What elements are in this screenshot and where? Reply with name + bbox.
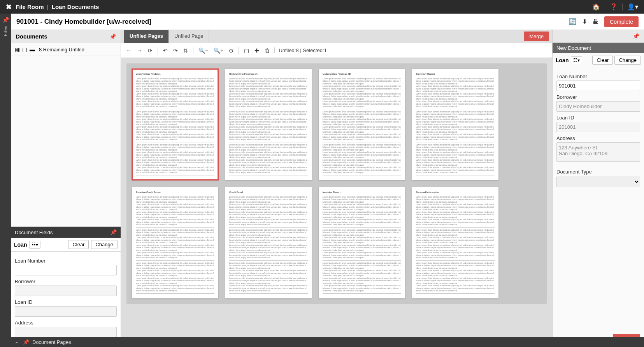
expand-icon[interactable]: ▢ bbox=[22, 46, 27, 53]
loan-id-label: Loan ID bbox=[15, 299, 117, 305]
document-pages-label: Document Pages bbox=[32, 339, 71, 345]
undo-icon[interactable]: ↶ bbox=[162, 46, 169, 55]
new-document-header: New Document bbox=[553, 43, 644, 53]
back-icon[interactable]: ← bbox=[125, 46, 133, 55]
document-fields-title: Document Fields bbox=[15, 230, 53, 235]
pin-icon[interactable]: 📌 bbox=[2, 17, 9, 23]
divider bbox=[605, 4, 605, 11]
page-thumbnail[interactable]: Personal InformationLorem ipsum dolor si… bbox=[412, 187, 498, 298]
zoom-out-icon[interactable]: 🔍− bbox=[197, 46, 209, 55]
page-thumbnail[interactable]: Underwriting Findings (2)Lorem ipsum dol… bbox=[225, 69, 312, 180]
loan-id-input[interactable] bbox=[15, 306, 117, 317]
pin-icon[interactable]: 📌 bbox=[109, 33, 116, 40]
print-icon[interactable]: 🖶 bbox=[593, 18, 599, 25]
borrower-input[interactable] bbox=[556, 101, 640, 112]
merge-button[interactable]: Merge bbox=[524, 32, 549, 41]
loan-number-label: Loan Number bbox=[15, 258, 117, 264]
help-icon[interactable]: ❓ bbox=[610, 3, 618, 11]
page-thumbnail[interactable]: Inquiries ReportLorem ipsum dolor sit am… bbox=[319, 187, 405, 298]
forward-icon[interactable]: → bbox=[136, 46, 144, 55]
document-type-select[interactable] bbox=[556, 177, 640, 187]
pin-icon[interactable]: 📌 bbox=[110, 229, 117, 235]
page-thumbnail[interactable]: Summary ReportLorem ipsum dolor sit amet… bbox=[412, 69, 498, 180]
documents-panel-header: Documents 📌 bbox=[11, 30, 121, 43]
download-icon[interactable]: ⬇ bbox=[582, 18, 587, 25]
loan-number-label: Loan Number bbox=[556, 74, 640, 79]
address-input[interactable]: 123 Anywhere St San Diego, CA 92109 bbox=[556, 142, 640, 162]
files-sidebar-tab[interactable]: 📌 Files bbox=[0, 14, 11, 347]
documents-toolbar: ▦ ▢ ▬ 8 Remaining Unfiled bbox=[11, 43, 121, 56]
clear-button[interactable]: Clear bbox=[68, 240, 89, 249]
loan-number-input[interactable] bbox=[15, 265, 117, 275]
expand-up-icon[interactable]: ︿ bbox=[15, 338, 20, 345]
page-thumbnail[interactable]: Experian Credit ReportLorem ipsum dolor … bbox=[132, 187, 218, 298]
pin-icon[interactable]: 📌 bbox=[23, 339, 29, 345]
user-menu-icon[interactable]: 👤▾ bbox=[627, 3, 638, 11]
address-label: Address bbox=[15, 320, 117, 326]
right-panel-header: 📌 bbox=[553, 30, 644, 43]
clear-button[interactable]: Clear bbox=[592, 56, 613, 65]
sort-icon[interactable]: ⇅ bbox=[182, 46, 189, 55]
change-button[interactable]: Change bbox=[91, 240, 118, 249]
loan-header: 901001 - Cindy Homebuilder [u/w-received… bbox=[11, 14, 644, 30]
pin-icon[interactable]: 📌 bbox=[633, 33, 639, 39]
document-fields-header: Document Fields 📌 bbox=[11, 227, 121, 238]
loan-dropdown-label: Loan bbox=[556, 57, 569, 63]
page-thumbnail[interactable]: Credit DetailLorem ipsum dolor sit amet … bbox=[225, 187, 312, 298]
complete-button[interactable]: Complete bbox=[604, 16, 639, 27]
borrower-input[interactable] bbox=[15, 286, 117, 296]
select-icon[interactable]: ▢ bbox=[243, 46, 250, 55]
unfiled-count: 8 Remaining Unfiled bbox=[39, 47, 84, 53]
thumbnail-area: Underwriting FindingsLorem ipsum dolor s… bbox=[121, 58, 552, 347]
borrower-label: Borrower bbox=[15, 279, 117, 284]
loan-title: 901001 - Cindy Homebuilder [u/w-received… bbox=[16, 18, 151, 26]
document-type-label: Document Type bbox=[556, 169, 640, 175]
section-title: Loan Documents bbox=[52, 4, 99, 10]
change-button[interactable]: Change bbox=[614, 56, 641, 65]
borrower-label: Borrower bbox=[556, 94, 640, 100]
refresh-icon[interactable]: ⟳ bbox=[147, 46, 154, 55]
zoom-in-icon[interactable]: 🔍+ bbox=[212, 46, 225, 55]
refresh-icon[interactable]: 🔄 bbox=[569, 18, 577, 25]
documents-title: Documents bbox=[16, 33, 47, 40]
redo-icon[interactable]: ↷ bbox=[172, 46, 179, 55]
tabs-row: Unfiled Pages Unfiled Page Merge bbox=[121, 30, 552, 43]
tab-unfiled-pages[interactable]: Unfiled Pages bbox=[124, 30, 169, 43]
bottom-bar: ︿ 📌 Document Pages bbox=[11, 337, 644, 347]
files-tab-label: Files bbox=[3, 25, 8, 36]
top-bar: ✖ File Room | Loan Documents 🏠 ❓ 👤▾ bbox=[0, 0, 644, 14]
loan-id-label: Loan ID bbox=[556, 115, 640, 121]
collapse-icon[interactable]: ▬ bbox=[30, 46, 35, 53]
tab-unfiled-page[interactable]: Unfiled Page bbox=[169, 30, 209, 43]
app-logo-icon: ✖ bbox=[6, 3, 12, 11]
divider bbox=[622, 4, 623, 11]
center-toolbar: ← → ⟳ ↶ ↷ ⇅ 🔍− 🔍+ ⊙ ▢ ✚ 🗑 Unfiled:8 | Se… bbox=[121, 43, 552, 58]
selection-status: Unfiled:8 | Selected:1 bbox=[274, 47, 326, 53]
fit-icon[interactable]: ⊙ bbox=[228, 46, 235, 55]
loan-dropdown-label: Loan bbox=[14, 242, 27, 248]
home-icon[interactable]: 🏠 bbox=[592, 3, 600, 11]
loan-dropdown-icon[interactable]: ☷▾ bbox=[571, 56, 582, 64]
page-thumbnail[interactable]: Underwriting Findings (3)Lorem ipsum dol… bbox=[319, 69, 405, 180]
loan-id-input[interactable] bbox=[556, 122, 640, 132]
loan-dropdown-icon[interactable]: ☷▾ bbox=[29, 241, 40, 249]
app-title: File Room bbox=[16, 4, 44, 10]
grid-view-icon[interactable]: ▦ bbox=[15, 46, 20, 53]
delete-icon[interactable]: 🗑 bbox=[263, 46, 271, 55]
loan-number-input[interactable] bbox=[556, 81, 640, 91]
address-label: Address bbox=[556, 135, 640, 141]
address-input[interactable] bbox=[15, 327, 117, 337]
add-icon[interactable]: ✚ bbox=[253, 46, 260, 55]
page-thumbnail[interactable]: Underwriting FindingsLorem ipsum dolor s… bbox=[132, 69, 218, 180]
breadcrumb-separator: | bbox=[47, 4, 49, 10]
